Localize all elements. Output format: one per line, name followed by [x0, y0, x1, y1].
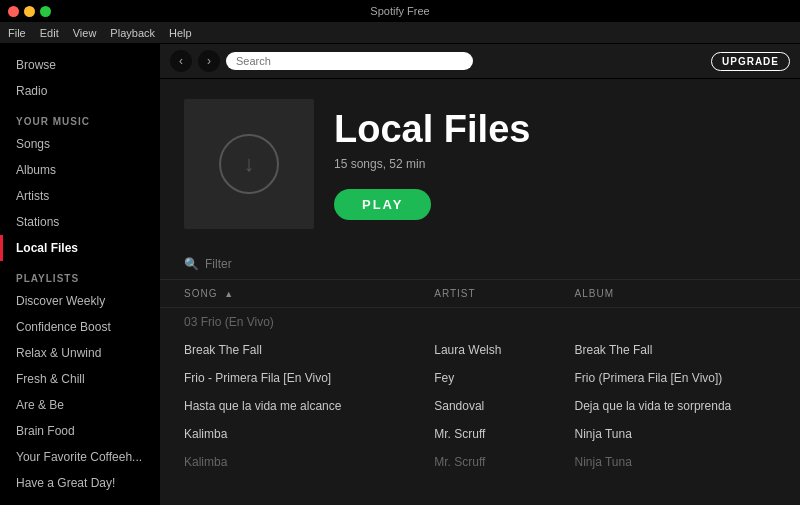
playlist-meta: 15 songs, 52 min	[334, 157, 776, 171]
artist-cell: Fey	[410, 364, 550, 392]
column-artist: ARTIST	[410, 280, 550, 308]
menu-help[interactable]: Help	[169, 27, 192, 39]
your-music-label: YOUR MUSIC	[0, 104, 160, 131]
table-row[interactable]: Break The FallLaura WelshBreak The Fall	[160, 336, 800, 364]
sidebar-item-brain-food[interactable]: Brain Food	[0, 418, 160, 444]
close-button[interactable]	[8, 6, 19, 17]
maximize-button[interactable]	[40, 6, 51, 17]
sidebar-item-artists[interactable]: Artists	[0, 183, 160, 209]
table-row[interactable]: 03 Frio (En Vivo)	[160, 308, 800, 337]
playlist-title: Local Files	[334, 109, 776, 151]
sidebar-item-browse[interactable]: Browse	[0, 52, 160, 78]
song-cell: Break The Fall	[160, 336, 410, 364]
table-row[interactable]: Frio - Primera Fila [En Vivo]FeyFrio (Pr…	[160, 364, 800, 392]
album-cell	[551, 308, 800, 337]
song-cell: Kalimba	[160, 420, 410, 448]
playlists-label: PLAYLISTS	[0, 261, 160, 288]
song-cell: 03 Frio (En Vivo)	[160, 308, 410, 337]
album-cell: Break The Fall	[551, 336, 800, 364]
sidebar-item-albums[interactable]: Albums	[0, 157, 160, 183]
search-input[interactable]	[226, 52, 473, 70]
upgrade-button[interactable]: UPGRADE	[711, 52, 790, 71]
play-button[interactable]: PLAY	[334, 189, 431, 220]
minimize-button[interactable]	[24, 6, 35, 17]
filter-icon: 🔍	[184, 257, 199, 271]
menu-edit[interactable]: Edit	[40, 27, 59, 39]
album-cell: Deja que la vida te sorprenda	[551, 392, 800, 420]
table-row[interactable]: KalimbaMr. ScruffNinja Tuna	[160, 448, 800, 476]
forward-button[interactable]: ›	[198, 50, 220, 72]
sidebar-item-great-day[interactable]: Have a Great Day!	[0, 470, 160, 496]
song-cell: Hasta que la vida me alcance	[160, 392, 410, 420]
filter-input[interactable]	[205, 257, 355, 271]
sidebar-item-relax-unwind[interactable]: Relax & Unwind	[0, 340, 160, 366]
hero-section: ↓ Local Files 15 songs, 52 min PLAY	[160, 79, 800, 249]
column-album: ALBUM	[551, 280, 800, 308]
filter-row: 🔍	[160, 249, 800, 280]
app-body: Browse Radio YOUR MUSIC Songs Albums Art…	[0, 44, 800, 505]
column-song: SONG ▲	[160, 280, 410, 308]
sidebar: Browse Radio YOUR MUSIC Songs Albums Art…	[0, 44, 160, 505]
artist-cell: Mr. Scruff	[410, 420, 550, 448]
title-bar: Spotify Free	[0, 0, 800, 22]
artist-cell: Sandoval	[410, 392, 550, 420]
table-row[interactable]: KalimbaMr. ScruffNinja Tuna	[160, 420, 800, 448]
artist-cell	[410, 308, 550, 337]
artist-cell: Laura Welsh	[410, 336, 550, 364]
sidebar-item-coffeehouse[interactable]: Your Favorite Coffeeh...	[0, 444, 160, 470]
sidebar-item-confidence-boost[interactable]: Confidence Boost	[0, 314, 160, 340]
artist-cell: Mr. Scruff	[410, 448, 550, 476]
window-controls	[8, 6, 51, 17]
album-cell: Ninja Tuna	[551, 448, 800, 476]
sidebar-item-discover-weekly[interactable]: Discover Weekly	[0, 288, 160, 314]
download-icon: ↓	[219, 134, 279, 194]
menu-bar: File Edit View Playback Help	[0, 22, 800, 44]
song-cell: Kalimba	[160, 448, 410, 476]
menu-view[interactable]: View	[73, 27, 97, 39]
album-cell: Frio (Primera Fila [En Vivo])	[551, 364, 800, 392]
album-cell: Ninja Tuna	[551, 420, 800, 448]
title-bar-text: Spotify Free	[370, 5, 429, 17]
album-art: ↓	[184, 99, 314, 229]
sidebar-item-stations[interactable]: Stations	[0, 209, 160, 235]
sidebar-item-local-files[interactable]: Local Files	[0, 235, 160, 261]
sort-arrow: ▲	[224, 289, 234, 299]
menu-playback[interactable]: Playback	[110, 27, 155, 39]
table-row[interactable]: Hasta que la vida me alcanceSandovalDeja…	[160, 392, 800, 420]
track-table: SONG ▲ ARTIST ALBUM 03 Frio (En Vivo)Bre…	[160, 280, 800, 476]
menu-file[interactable]: File	[8, 27, 26, 39]
sidebar-item-radio[interactable]: Radio	[0, 78, 160, 104]
main-content: ↓ Local Files 15 songs, 52 min PLAY 🔍	[160, 79, 800, 505]
sidebar-item-songs[interactable]: Songs	[0, 131, 160, 157]
hero-info: Local Files 15 songs, 52 min PLAY	[334, 99, 776, 220]
sidebar-item-fresh-chill[interactable]: Fresh & Chill	[0, 366, 160, 392]
back-button[interactable]: ‹	[170, 50, 192, 72]
song-cell: Frio - Primera Fila [En Vivo]	[160, 364, 410, 392]
sidebar-item-are-be[interactable]: Are & Be	[0, 392, 160, 418]
